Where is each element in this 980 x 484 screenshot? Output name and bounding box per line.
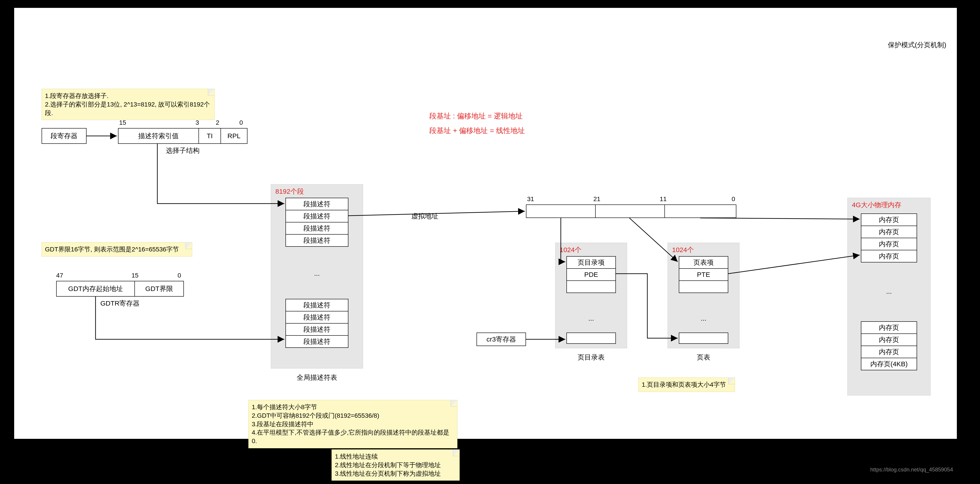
va-label: 虚拟地址 — [411, 212, 438, 221]
note-selector: 1.段寄存器存放选择子. 2.选择子的索引部分是13位, 2^13=8192, … — [41, 89, 215, 120]
table-row: 内存页 — [861, 334, 917, 346]
note-line: 4.在平坦模型下,不管选择子值多少,它所指向的段描述符中的段基址都是0. — [252, 428, 453, 445]
cr3-box: cr3寄存器 — [477, 333, 526, 346]
table-row: 段描述符 — [285, 235, 348, 247]
pde-stack: 页目录项 PDE — [566, 256, 616, 293]
table-row: 内存页 — [861, 226, 917, 238]
tick-21: 21 — [593, 195, 600, 203]
tick-2: 2 — [216, 119, 220, 126]
pte-caption: 页表 — [668, 353, 740, 362]
note-line: 1.段寄存器存放选择子. — [45, 92, 210, 100]
selector-rpl: RPL — [221, 128, 247, 144]
table-row: 内存页 — [861, 321, 917, 334]
tick-0c: 0 — [732, 195, 735, 203]
pte-dots: ... — [679, 314, 728, 322]
phys-top-stack: 内存页 内存页 内存页 内存页 — [861, 213, 917, 262]
note-descriptor: 1.每个描述符大小8字节 2.GDT中可容纳8192个段或门(8192=6553… — [248, 400, 457, 448]
table-row: 内存页 — [861, 346, 917, 358]
tick-11: 11 — [660, 195, 667, 203]
tick-15: 15 — [119, 119, 126, 126]
seg-register-box: 段寄存器 — [41, 128, 86, 144]
pte-title: 1024个 — [672, 245, 694, 255]
table-row: 内存页 — [861, 213, 917, 226]
tick-31: 31 — [527, 195, 534, 203]
gdt-top-stack: 段描述符 段描述符 段描述符 段描述符 — [285, 198, 348, 247]
gdtr-limit: GDT界限 — [134, 281, 184, 297]
table-row: 段描述符 — [285, 324, 348, 336]
table-row: PDE — [566, 269, 616, 281]
table-row: 段描述符 — [285, 311, 348, 324]
table-row: 内存页 — [861, 250, 917, 262]
table-row: 段描述符 — [285, 299, 348, 311]
gdtr-caption: GDTR寄存器 — [56, 299, 184, 308]
note-line: 2.GDT中可容纳8192个段或门(8192=65536/8) — [252, 411, 453, 420]
tick-0: 0 — [239, 119, 243, 126]
pte-last — [679, 333, 728, 344]
table-row: 页目录项 — [566, 256, 616, 269]
gdt-dots: ... — [285, 270, 348, 277]
note-line: 3.线性地址在分页机制下称为虚拟地址 — [335, 470, 455, 478]
table-row — [566, 281, 616, 293]
equation-2: 段基址 + 偏移地址 = 线性地址 — [429, 126, 525, 136]
pde-last — [566, 333, 616, 344]
tick-47: 47 — [56, 272, 63, 279]
selector-caption: 选择子结构 — [118, 146, 247, 155]
note-line: 2.线性地址在分段机制下等于物理地址 — [335, 461, 455, 470]
table-row: 页表项 — [679, 256, 728, 269]
note-linear: 1.线性地址连续 2.线性地址在分段机制下等于物理地址 3.线性地址在分页机制下… — [331, 449, 460, 481]
la-mid — [595, 205, 665, 218]
table-row: 段描述符 — [285, 222, 348, 235]
gdt-caption: 全局描述符表 — [271, 373, 363, 382]
table-row: 内存页(4KB) — [861, 358, 917, 370]
note-line: 3.段基址在段描述符中 — [252, 420, 453, 428]
table-row: 段描述符 — [285, 336, 348, 348]
selector-ti: TI — [199, 128, 221, 144]
page-frame — [13, 7, 958, 440]
note-line: 1.线性地址连续 — [335, 452, 455, 461]
selector-index: 描述符索引值 — [118, 128, 199, 144]
gdt-bot-stack: 段描述符 段描述符 段描述符 段描述符 — [285, 299, 348, 348]
table-row: PTE — [679, 269, 728, 281]
table-row: 段描述符 — [285, 198, 348, 210]
tick-15b: 15 — [132, 272, 138, 279]
footer-url: https://blog.csdn.net/qq_45859054 — [870, 467, 953, 473]
gdt-title: 8192个段 — [275, 187, 304, 196]
phys-bot-stack: 内存页 内存页 内存页 内存页(4KB) — [861, 321, 917, 370]
pde-dots: ... — [566, 314, 616, 322]
pde-title: 1024个 — [560, 245, 581, 255]
note-entry-size: 1.页目录项和页表项大小4字节 — [638, 378, 735, 392]
note-gdt-limit: GDT界限16字节, 则表示范围是2^16=65536字节 — [41, 242, 192, 257]
la-low — [664, 205, 737, 218]
gdtr-base: GDT内存起始地址 — [56, 281, 135, 297]
phys-title: 4G大小物理内存 — [852, 200, 901, 209]
tick-0b: 0 — [178, 272, 181, 279]
equation-1: 段基址 : 偏移地址 = 逻辑地址 — [429, 111, 523, 121]
phys-dots: ... — [861, 287, 917, 295]
pde-caption: 页目录表 — [555, 353, 627, 362]
pte-stack: 页表项 PTE — [679, 256, 728, 293]
tick-3: 3 — [196, 119, 199, 126]
la-high — [526, 205, 596, 218]
table-row: 内存页 — [861, 238, 917, 250]
note-line: 2.选择子的索引部分是13位, 2^13=8192, 故可以索引8192个段. — [45, 100, 210, 117]
page-title: 保护模式(分页机制) — [888, 40, 946, 50]
table-row — [679, 281, 728, 293]
table-row: 段描述符 — [285, 210, 348, 222]
note-line: 1.每个描述符大小8字节 — [252, 403, 453, 411]
